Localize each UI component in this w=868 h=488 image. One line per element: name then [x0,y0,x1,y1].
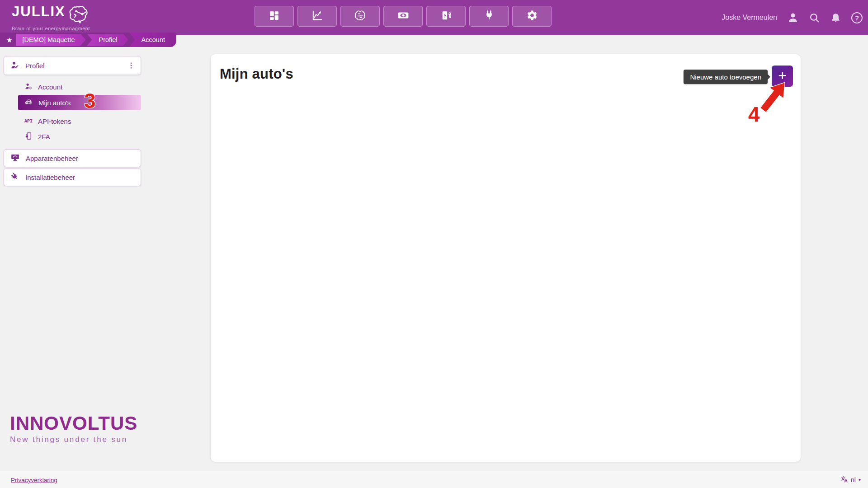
toolbar-button-plug[interactable] [469,6,509,27]
devices-network-icon [10,153,20,164]
app-logo[interactable]: JULLIX Brain of your energymanagment [12,4,92,31]
banknote-icon [397,9,409,23]
breadcrumb-item-demo-maquette[interactable]: [DEMO] Maquette [16,34,85,46]
toolbar-button-money[interactable] [383,6,423,27]
sidebar-item-profiel[interactable]: Profiel [4,56,141,75]
sidebar-item-account[interactable]: Account [18,80,141,94]
user-name[interactable]: Joske Vermeulen [722,14,777,22]
caret-down-icon: ▾ [859,477,861,482]
api-icon: API [24,119,33,124]
plug-icon [10,172,19,183]
brand-name: JULLIX [12,4,66,20]
add-car-button[interactable]: + [772,66,793,87]
sidebar-item-apparatenbeheer[interactable]: Apparatenbeheer [4,149,141,167]
sidebar-item-2fa[interactable]: 2FA [18,129,141,144]
language-selector[interactable]: nl ▾ [840,475,861,484]
translate-icon [840,475,848,484]
car-icon [24,98,33,108]
line-chart-icon [311,9,323,23]
sidebar-item-label: Mijn auto's [38,99,71,107]
sidebar-item-label: API-tokens [38,117,71,125]
privacy-link[interactable]: Privacyverklaring [11,476,57,483]
app-header: JULLIX Brain of your energymanagment [0,0,868,35]
brain-icon [354,9,366,23]
sidebar-item-label: Apparatenbeheer [26,155,136,162]
user-edit-icon [10,61,19,71]
toolbar-button-brain[interactable] [340,6,380,27]
sidebar-item-api-tokens[interactable]: API API-tokens [18,114,141,128]
brand-tagline: Brain of your energymanagment [12,26,92,31]
ev-charger-icon [440,10,452,23]
phone-lock-icon [24,132,33,141]
toolbar-button-settings[interactable] [512,6,552,27]
add-car-tooltip: Nieuwe auto toevoegen [684,70,768,84]
user-avatar-icon[interactable] [787,12,799,23]
main-toolbar [255,6,552,27]
main-content-card: Mijn auto's Nieuwe auto toevoegen + [211,54,801,462]
plug-icon [484,10,495,23]
brain-logo-icon [68,4,92,25]
breadcrumb-item-account[interactable]: Account [130,33,176,47]
toolbar-button-analytics[interactable] [297,6,337,27]
innovoltus-logo: INNOVOLTUS New things under the sun [10,413,137,444]
toolbar-button-dashboard[interactable] [255,6,294,27]
breadcrumb-item-profiel[interactable]: Profiel [87,34,128,46]
toolbar-button-ev-charger[interactable] [426,6,466,27]
user-area: Joske Vermeulen ? [722,0,863,35]
gear-icon [526,9,538,23]
sidebar-item-label: Installatiebeheer [25,174,136,181]
language-code: nl [851,476,856,483]
dashboard-icon [269,10,280,23]
sidebar-item-label: Profiel [25,62,126,70]
page-title: Mijn auto's [220,66,293,82]
notifications-bell-icon[interactable] [830,12,841,23]
sidebar-item-installatiebeheer[interactable]: Installatiebeheer [4,168,141,186]
favorite-star-icon[interactable]: ★ [6,37,12,43]
breadcrumb: ★ [DEMO] Maquette Profiel Account [0,33,176,47]
search-icon[interactable] [809,12,820,23]
footer: Privacyverklaring nl ▾ [0,471,868,488]
sidebar-item-mijn-autos[interactable]: Mijn auto's [18,95,141,110]
help-icon[interactable]: ? [851,12,863,23]
sidebar-item-label: 2FA [38,133,50,141]
innovoltus-name: INNOVOLTUS [10,413,137,434]
sidebar-item-label: Account [38,83,62,91]
kebab-menu-icon[interactable] [126,60,136,71]
innovoltus-slogan: New things under the sun [10,435,137,444]
user-gear-icon [24,82,33,92]
